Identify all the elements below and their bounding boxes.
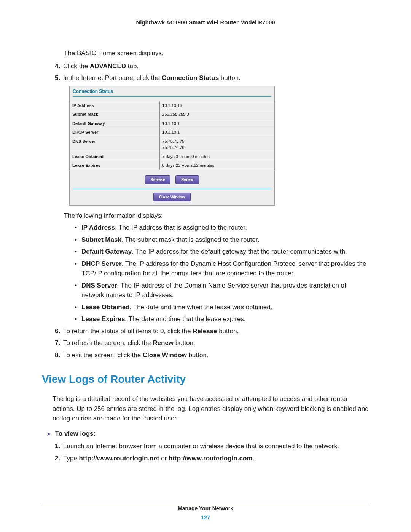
row-label: DNS Server [70, 137, 160, 152]
connection-status-dialog: Connection Status IP Address10.1.10.16Su… [69, 86, 275, 206]
row-value: 75.75.75.75 75.75.76.76 [160, 137, 274, 152]
footer-page-number: 127 [0, 514, 411, 521]
row-value: 255.255.255.0 [160, 110, 274, 119]
bullet-item: •IP Address. The IP address that is assi… [75, 223, 369, 233]
bullet-item: •DNS Server. The IP address of the Domai… [75, 281, 369, 300]
row-label: Lease Expires [70, 161, 160, 170]
row-value: 10.1.10.1 [160, 119, 274, 128]
divider [73, 96, 271, 97]
table-row: DHCP Server10.1.10.1 [70, 128, 274, 137]
bullet-item: •Lease Expires. The date and time that t… [75, 314, 369, 324]
table-row: DNS Server75.75.75.75 75.75.76.76 [70, 137, 274, 152]
table-row: IP Address10.1.10.16 [70, 101, 274, 110]
footer-divider [42, 503, 369, 503]
bullet-item: •DHCP Server. The IP address for the Dyn… [75, 259, 369, 278]
sub-heading: ➤ To view logs: [46, 429, 369, 439]
arrow-icon: ➤ [46, 431, 51, 437]
numbered-step: 6.To return the status of all items to 0… [55, 326, 369, 336]
intro-text: The BASIC Home screen displays. [64, 48, 369, 58]
row-label: Lease Obtained [70, 152, 160, 161]
table-row: Lease Expires6 days,23 Hours,52 minutes [70, 161, 274, 170]
row-label: Default Gateway [70, 119, 160, 128]
numbered-step: 7.To refresh the screen, click the Renew… [55, 338, 369, 348]
numbered-step: 5.In the Internet Port pane, click the C… [55, 73, 369, 83]
release-button[interactable]: Release [145, 175, 171, 184]
renew-button[interactable]: Renew [175, 175, 199, 184]
row-label: Subnet Mask [70, 110, 160, 119]
info-intro: The following information displays: [64, 211, 369, 221]
document-header: Nighthawk AC1900 Smart WiFi Router Model… [42, 19, 369, 26]
dialog-title: Connection Status [70, 86, 274, 96]
sub-heading-text: To view logs: [55, 430, 96, 437]
table-row: Lease Obtained7 days,0 Hours,0 minutes [70, 152, 274, 161]
row-label: DHCP Server [70, 128, 160, 137]
row-label: IP Address [70, 101, 160, 110]
footer-section: Manage Your Network [0, 505, 411, 511]
numbered-step: 2.Type http://www.routerlogin.net or htt… [55, 454, 369, 463]
numbered-step: 4.Click the ADVANCED tab. [55, 61, 369, 71]
bullet-item: •Subnet Mask. The subnet mask that is as… [75, 235, 369, 245]
section-heading: View Logs of Router Activity [42, 371, 369, 387]
table-row: Subnet Mask255.255.255.0 [70, 110, 274, 119]
row-value: 10.1.10.16 [160, 101, 274, 110]
logs-paragraph: The log is a detailed record of the webs… [53, 394, 369, 423]
numbered-step: 1.Launch an Internet browser from a comp… [55, 441, 369, 451]
close-window-button[interactable]: Close Window [153, 193, 191, 201]
status-table: IP Address10.1.10.16Subnet Mask255.255.2… [70, 101, 274, 170]
row-value: 6 days,23 Hours,52 minutes [160, 161, 274, 170]
bullet-item: •Lease Obtained. The date and time when … [75, 302, 369, 312]
row-value: 7 days,0 Hours,0 minutes [160, 152, 274, 161]
numbered-step: 8.To exit the screen, click the Close Wi… [55, 350, 369, 360]
bullet-item: •Default Gateway. The IP address for the… [75, 247, 369, 257]
row-value: 10.1.10.1 [160, 128, 274, 137]
table-row: Default Gateway10.1.10.1 [70, 119, 274, 128]
